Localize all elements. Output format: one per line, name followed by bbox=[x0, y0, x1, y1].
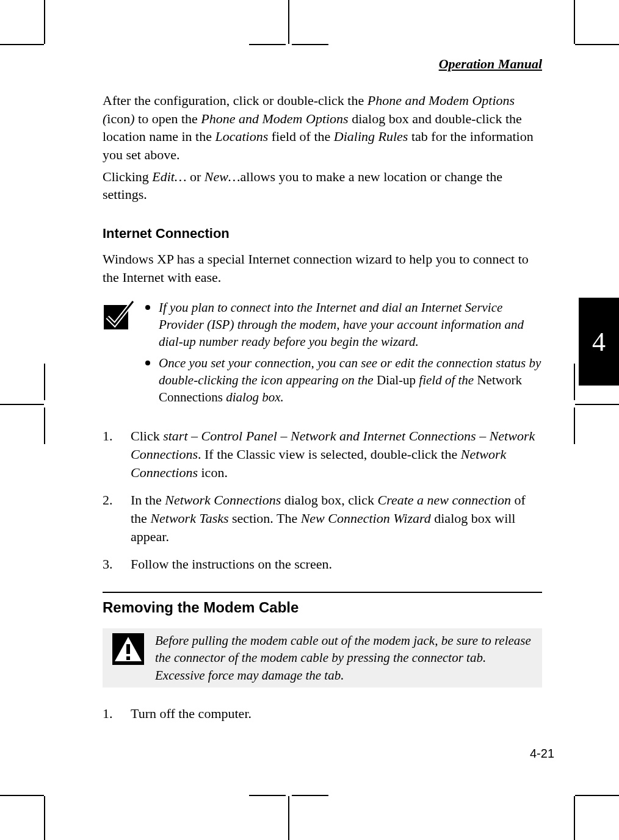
steps-list-2: 1. Turn off the computer. bbox=[103, 705, 542, 723]
checkmark-icon bbox=[103, 299, 134, 331]
step-3: 3. Follow the instructions on the screen… bbox=[103, 555, 542, 573]
warning-block: Before pulling the modem cable out of th… bbox=[103, 628, 542, 687]
svg-rect-2 bbox=[126, 644, 130, 654]
running-head: Operation Manual bbox=[103, 56, 542, 72]
heading-internet-connection: Internet Connection bbox=[103, 226, 542, 242]
chapter-tab: 4 bbox=[579, 298, 619, 386]
warning-text: Before pulling the modem cable out of th… bbox=[155, 632, 537, 684]
step-b1: 1. Turn off the computer. bbox=[103, 705, 542, 723]
note-bullet-1: If you plan to connect into the Internet… bbox=[145, 299, 542, 351]
note-bullet-2: Once you set your connection, you can se… bbox=[145, 354, 542, 406]
steps-list: 1. Click start – Control Panel – Network… bbox=[103, 427, 542, 574]
intro-paragraph: After the configuration, click or double… bbox=[103, 92, 542, 164]
intro-paragraph-2: Clicking Edit… or New…allows you to make… bbox=[103, 168, 542, 204]
section-rule bbox=[103, 592, 542, 593]
internet-intro: Windows XP has a special Internet connec… bbox=[103, 250, 542, 286]
note-block: If you plan to connect into the Internet… bbox=[103, 299, 542, 410]
svg-rect-3 bbox=[126, 656, 130, 660]
step-1: 1. Click start – Control Panel – Network… bbox=[103, 427, 542, 483]
page-number: 4-21 bbox=[530, 747, 554, 761]
warning-icon bbox=[112, 633, 144, 665]
heading-removing-modem: Removing the Modem Cable bbox=[103, 599, 542, 616]
step-2: 2. In the Network Connections dialog box… bbox=[103, 491, 542, 547]
